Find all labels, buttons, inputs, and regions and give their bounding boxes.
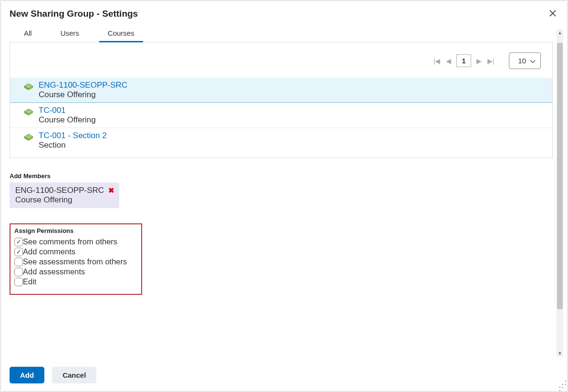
chevron-down-icon [530,57,536,65]
pager-prev-icon[interactable]: ◀ [445,56,452,66]
assign-permissions-box: Assign Permissions See comments from oth… [10,223,142,295]
member-tag-name: ENG-1100-SEOPP-SRC [15,186,114,195]
book-icon [23,82,34,90]
perm-label: Add comments [23,247,75,256]
list-item[interactable]: TC-001 - Section 2 Section [10,128,552,153]
tab-users[interactable]: Users [46,25,93,42]
scroll-down-icon[interactable]: ▼ [557,350,563,357]
close-icon[interactable] [547,7,558,21]
pager-next-icon[interactable]: ▶ [476,56,482,66]
page-size-select[interactable]: 10 [509,52,541,69]
tab-courses[interactable]: Courses [93,25,149,42]
tab-all[interactable]: All [10,25,46,42]
checkbox-add-assessments[interactable] [14,268,23,276]
page-size-value: 10 [518,57,526,65]
course-list: ENG-1100-SEOPP-SRC Course Offering TC-00… [10,76,552,158]
course-name-link[interactable]: TC-001 [39,106,96,115]
pager-current-page[interactable]: 1 [456,54,471,67]
member-tag: ENG-1100-SEOPP-SRC Course Offering ✖ [10,182,119,208]
book-icon [23,132,34,141]
course-name-link[interactable]: ENG-1100-SEOPP-SRC [39,80,127,90]
resize-handle-icon[interactable]: ⋰⋰ [558,382,565,389]
perm-label: Edit [23,277,36,286]
checkbox-add-comments[interactable] [14,248,23,256]
perm-label: See comments from others [23,237,117,246]
scroll-up-icon[interactable]: ▲ [557,30,563,36]
list-item[interactable]: TC-001 Course Offering [10,103,552,128]
course-type-label: Course Offering [39,90,127,100]
permissions-heading: Assign Permissions [14,227,136,234]
page-title: New Sharing Group - Settings [10,9,138,19]
book-icon [23,107,34,116]
pager: |◀ ◀ 1 ▶ ▶| 10 [10,43,552,76]
remove-member-icon[interactable]: ✖ [108,186,114,195]
dialog-footer: Add Cancel [10,367,96,383]
course-type-label: Course Offering [39,115,96,125]
pager-last-icon[interactable]: ▶| [487,56,495,66]
list-item[interactable]: ENG-1100-SEOPP-SRC Course Offering [10,78,552,103]
add-button[interactable]: Add [10,367,44,383]
member-tag-type: Course Offering [15,195,114,205]
add-members-heading: Add Members [10,172,553,180]
checkbox-see-assessments[interactable] [14,258,23,266]
course-type-label: Section [39,141,107,150]
scroll-thumb[interactable] [557,43,563,309]
checkbox-edit[interactable] [14,278,23,286]
perm-label: Add assessments [23,267,85,276]
perm-label: See assessments from others [23,257,127,266]
vertical-scrollbar[interactable]: ▲ ▼ [557,30,563,357]
dialog-body: All Users Courses |◀ ◀ 1 ▶ ▶| 10 [10,25,553,358]
sharing-group-settings-dialog: New Sharing Group - Settings All Users C… [0,0,568,392]
dialog-header: New Sharing Group - Settings [1,1,567,24]
course-name-link[interactable]: TC-001 - Section 2 [39,131,107,141]
checkbox-see-comments[interactable] [14,238,23,246]
tabs: All Users Courses [10,25,553,42]
pager-first-icon[interactable]: |◀ [433,56,441,66]
cancel-button[interactable]: Cancel [52,367,96,383]
course-list-panel: |◀ ◀ 1 ▶ ▶| 10 ENG-1100 [10,43,553,158]
